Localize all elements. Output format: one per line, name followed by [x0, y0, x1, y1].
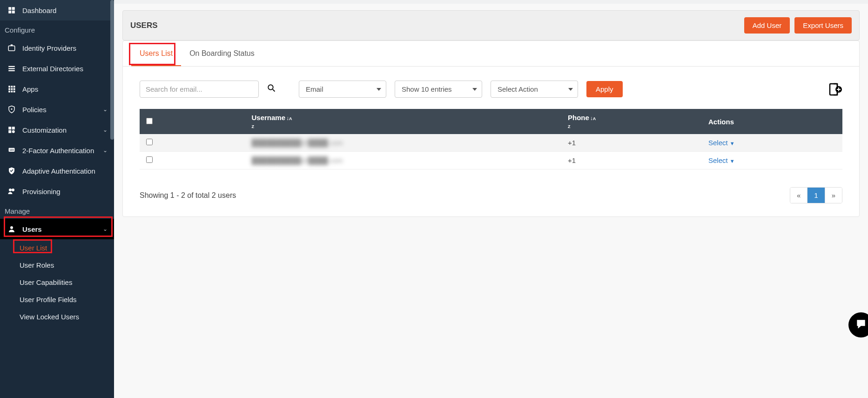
table-header-row: Username↓AZ Phone↓AZ Actions: [140, 109, 842, 134]
add-user-button[interactable]: Add User: [744, 17, 790, 34]
users-table: Username↓AZ Phone↓AZ Actions ██████████@…: [140, 109, 842, 169]
svg-point-26: [12, 189, 14, 191]
sidebar-subitem-view-locked-users[interactable]: View Locked Users: [0, 308, 114, 325]
sidebar-item-identity-providers[interactable]: Identity Providers: [0, 38, 114, 58]
search-button[interactable]: [265, 82, 277, 96]
id-card-icon: [7, 43, 17, 53]
sidebar-item-users[interactable]: Users ⌄: [0, 219, 114, 239]
sidebar-subitem-user-list[interactable]: User List: [0, 239, 114, 256]
export-users-button[interactable]: Export Users: [794, 17, 852, 34]
chevron-down-icon: ⌄: [103, 127, 108, 133]
svg-text:123: 123: [10, 148, 14, 151]
svg-rect-10: [11, 86, 13, 88]
filter-field-select[interactable]: Email: [299, 81, 386, 98]
sidebar-item-customization[interactable]: Customization ⌄: [0, 120, 114, 140]
users-gear-icon: [7, 186, 17, 196]
page-next-button[interactable]: »: [825, 188, 842, 203]
svg-point-25: [9, 189, 12, 191]
svg-rect-7: [8, 68, 15, 69]
svg-point-27: [10, 226, 13, 229]
sidebar-section-configure: Configure: [0, 20, 114, 38]
svg-rect-21: [8, 130, 11, 133]
sidebar-item-label: 2-Factor Authentication: [22, 147, 94, 155]
sidebar-item-adaptive-auth[interactable]: Adaptive Authentication: [0, 161, 114, 181]
sidebar-subitem-user-profile-fields[interactable]: User Profile Fields: [0, 291, 114, 308]
sidebar-scrollbar[interactable]: [110, 0, 114, 398]
entries-select[interactable]: Show 10 entries: [395, 81, 482, 98]
table-header-phone[interactable]: Phone↓AZ: [561, 109, 702, 134]
sidebar-item-policies[interactable]: Policies ⌄: [0, 99, 114, 120]
dashboard-icon: [7, 5, 17, 15]
select-all-checkbox[interactable]: [146, 118, 153, 124]
sidebar-subitem-user-capabilities[interactable]: User Capabilities: [0, 274, 114, 291]
svg-rect-15: [8, 91, 10, 93]
svg-rect-17: [13, 91, 15, 93]
row-action-select[interactable]: Select▼: [708, 139, 735, 147]
sidebar-item-label: Policies: [22, 106, 47, 114]
add-user-quick-button[interactable]: [828, 82, 842, 96]
page-1-button[interactable]: 1: [807, 188, 824, 203]
svg-rect-8: [8, 70, 15, 71]
sidebar-item-apps[interactable]: Apps: [0, 79, 114, 99]
svg-rect-20: [12, 127, 15, 129]
svg-rect-19: [8, 127, 11, 129]
user-icon: [7, 224, 17, 234]
svg-rect-14: [13, 88, 15, 90]
column-label: Username: [252, 114, 286, 121]
page-prev-button[interactable]: «: [790, 188, 807, 203]
chat-icon: [855, 318, 867, 332]
chevron-down-icon: ⌄: [103, 106, 108, 113]
sidebar-item-label: Provisioning: [22, 188, 61, 196]
page-header: USERS Add User Export Users: [122, 10, 860, 40]
sidebar-item-dashboard[interactable]: Dashboard: [0, 0, 114, 20]
search-icon: [267, 85, 276, 94]
list-icon: [7, 63, 17, 74]
row-checkbox[interactable]: [146, 156, 153, 163]
caret-down-icon: ▼: [730, 158, 735, 164]
page-title: USERS: [130, 21, 158, 30]
row-action-select[interactable]: Select▼: [708, 156, 735, 164]
svg-rect-12: [8, 88, 10, 90]
table-row: ██████████@████.com +1 Select▼: [140, 152, 842, 169]
tab-onboarding-status[interactable]: On Boarding Status: [181, 41, 263, 66]
sidebar-item-label: Adaptive Authentication: [22, 167, 95, 175]
svg-rect-4: [8, 46, 15, 51]
svg-rect-5: [11, 45, 13, 46]
svg-point-18: [11, 108, 13, 110]
grid-icon: [7, 84, 17, 94]
phone-cell: +1: [561, 152, 702, 169]
chevron-down-icon: ⌄: [103, 147, 108, 154]
numeric-icon: 123: [7, 145, 17, 155]
row-checkbox[interactable]: [146, 139, 153, 145]
chevron-down-icon: ⌄: [103, 226, 108, 232]
select-label: Select: [708, 139, 728, 147]
svg-line-29: [273, 89, 275, 92]
table-header-username[interactable]: Username↓AZ: [245, 109, 562, 134]
toolbar: Email Show 10 entries Select Action Appl…: [123, 67, 859, 109]
sidebar-item-provisioning[interactable]: Provisioning: [0, 181, 114, 202]
tab-users-list[interactable]: Users List: [131, 41, 181, 66]
bulk-action-select[interactable]: Select Action: [491, 81, 578, 98]
svg-rect-9: [8, 86, 10, 88]
sidebar-item-2fa[interactable]: 123 2-Factor Authentication ⌄: [0, 140, 114, 161]
table-row: ██████████@████.com +1 Select▼: [140, 134, 842, 152]
sidebar-item-label: Identity Providers: [22, 44, 76, 52]
select-label: Select: [708, 156, 728, 164]
svg-rect-3: [12, 11, 15, 13]
table-header-checkbox: [140, 109, 245, 134]
showing-text: Showing 1 - 2 of total 2 users: [140, 191, 236, 200]
sidebar: Dashboard Configure Identity Providers E…: [0, 0, 114, 398]
shield-check-icon: [7, 166, 17, 176]
svg-point-22: [12, 130, 15, 133]
sidebar-section-manage: Manage: [0, 202, 114, 219]
apply-button[interactable]: Apply: [586, 81, 623, 97]
main-content: USERS Add User Export Users Users List O…: [114, 0, 868, 398]
scrollbar-thumb[interactable]: [110, 0, 114, 140]
pagination: « 1 »: [790, 187, 842, 203]
sidebar-item-label: Dashboard: [22, 7, 56, 14]
content-card: Users List On Boarding Status Email Show…: [122, 40, 860, 217]
sidebar-subitem-user-roles[interactable]: User Roles: [0, 256, 114, 274]
sidebar-item-external-directories[interactable]: External Directories: [0, 58, 114, 79]
search-input[interactable]: [140, 81, 259, 98]
username-cell: ██████████@████.com: [252, 139, 343, 147]
